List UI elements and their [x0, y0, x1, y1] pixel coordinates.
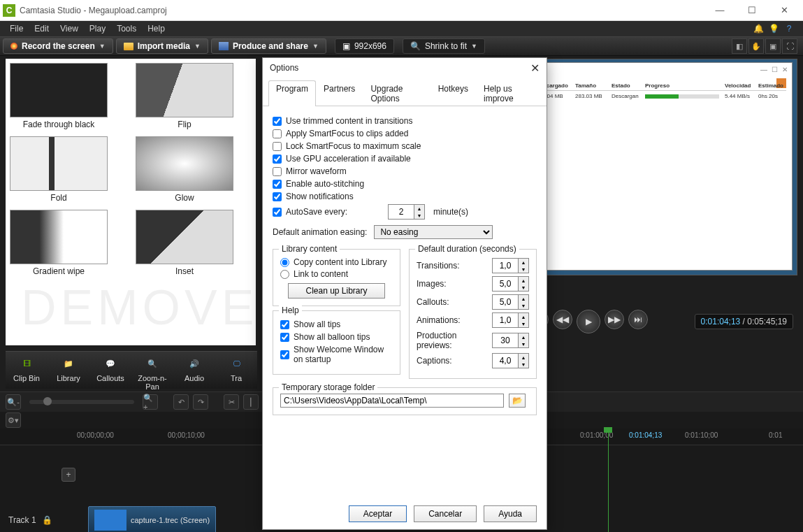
- duration-input[interactable]: [493, 333, 518, 347]
- spin-down[interactable]: ▼: [518, 284, 528, 291]
- tab-upgrade[interactable]: Upgrade Options: [363, 80, 430, 106]
- mirror-checkbox[interactable]: [273, 167, 282, 176]
- spin-up[interactable]: ▲: [518, 333, 528, 340]
- redo-icon[interactable]: ↷: [193, 394, 208, 410]
- minimize-button[interactable]: —: [704, 0, 736, 21]
- welcome-checkbox[interactable]: [280, 350, 289, 359]
- tab-improve[interactable]: Help us improve: [476, 80, 541, 106]
- spin-down[interactable]: ▼: [518, 361, 528, 368]
- playhead[interactable]: [608, 429, 609, 532]
- balloon-checkbox[interactable]: [280, 333, 289, 342]
- tab-program[interactable]: Program: [268, 80, 316, 106]
- transition-item[interactable]: Inset: [136, 210, 233, 276]
- menu-edit[interactable]: Edit: [29, 22, 55, 35]
- tab-audio[interactable]: 🔊Audio: [173, 352, 215, 389]
- split-icon[interactable]: ⎮: [243, 394, 259, 410]
- help-button[interactable]: Ayuda: [484, 505, 537, 522]
- autostitch-checkbox[interactable]: [273, 180, 282, 189]
- spin-up[interactable]: ▲: [518, 295, 528, 302]
- spin-up[interactable]: ▲: [518, 354, 528, 361]
- fullscreen-tool-icon[interactable]: ⛶: [782, 38, 797, 54]
- transition-item[interactable]: Glow: [136, 136, 233, 203]
- zoom-in-icon[interactable]: 🔍+: [143, 394, 158, 410]
- maximize-button[interactable]: ☐: [736, 0, 768, 21]
- zoom-out-icon[interactable]: 🔍-: [6, 394, 21, 410]
- autosave-input[interactable]: [389, 205, 414, 219]
- copy-radio[interactable]: [280, 258, 289, 267]
- transition-item[interactable]: Flip: [136, 63, 233, 129]
- rewind-button[interactable]: ◀◀: [553, 310, 572, 329]
- duration-input[interactable]: [493, 313, 518, 327]
- temp-fieldset: Temporary storage folder 📂: [273, 387, 537, 415]
- record-button[interactable]: Record the screen▼: [3, 38, 113, 54]
- smartfocus-checkbox[interactable]: [273, 129, 282, 138]
- tab-zoom[interactable]: 🔍Zoom-n-Pan: [131, 352, 173, 389]
- spin-down[interactable]: ▼: [518, 340, 528, 347]
- spin-up[interactable]: ▲: [414, 205, 424, 212]
- zoom-slider[interactable]: [29, 400, 134, 404]
- spin-up[interactable]: ▲: [518, 313, 528, 320]
- next-button[interactable]: ⏭: [628, 310, 648, 329]
- tab-partners[interactable]: Partners: [316, 80, 363, 106]
- close-icon[interactable]: ✕: [530, 62, 540, 75]
- cut-icon[interactable]: ✂: [224, 394, 239, 410]
- duration-input[interactable]: [493, 295, 518, 309]
- track-header[interactable]: Track 1 🔒: [0, 515, 84, 525]
- bell-icon[interactable]: 🔔: [753, 23, 764, 34]
- forward-button[interactable]: ▶▶: [605, 310, 624, 329]
- gear-dropdown[interactable]: ⚙▾: [6, 412, 21, 428]
- menu-help[interactable]: Help: [142, 22, 171, 35]
- tips-checkbox[interactable]: [280, 320, 289, 329]
- hand-tool-icon[interactable]: ✋: [748, 38, 764, 54]
- transition-item[interactable]: Fold: [10, 136, 108, 203]
- transition-item[interactable]: Fade through black: [10, 63, 108, 129]
- add-track-button[interactable]: +: [62, 468, 75, 482]
- trimmed-checkbox[interactable]: [273, 117, 282, 126]
- duration-input[interactable]: [493, 259, 518, 273]
- close-button[interactable]: ✕: [768, 0, 800, 21]
- lock-icon[interactable]: 🔒: [42, 515, 52, 525]
- play-button[interactable]: ▶: [577, 310, 600, 333]
- autosave-checkbox[interactable]: [273, 208, 282, 217]
- bulb-icon[interactable]: 💡: [768, 23, 779, 34]
- ok-button[interactable]: Aceptar: [349, 505, 407, 522]
- lock-smartfocus-checkbox[interactable]: [273, 142, 282, 151]
- tab-callouts[interactable]: 💬Callouts: [89, 352, 131, 389]
- browse-button[interactable]: 📂: [509, 394, 526, 408]
- menu-tools[interactable]: Tools: [111, 22, 142, 35]
- transition-item[interactable]: Gradient wipe: [10, 210, 108, 276]
- cleanup-button[interactable]: Clean up Library: [288, 283, 384, 299]
- temp-path-input[interactable]: [280, 394, 504, 408]
- menu-view[interactable]: View: [55, 22, 84, 35]
- notify-checkbox[interactable]: [273, 192, 282, 201]
- spin-down[interactable]: ▼: [518, 302, 528, 309]
- import-button[interactable]: Import media▼: [116, 38, 208, 54]
- link-radio[interactable]: [280, 270, 289, 279]
- stack-tool-icon[interactable]: ▣: [765, 38, 781, 54]
- spin-down[interactable]: ▼: [518, 266, 528, 273]
- spin-down[interactable]: ▼: [518, 320, 528, 327]
- gpu-checkbox[interactable]: [273, 154, 282, 164]
- tab-transitions[interactable]: 🖵Tra: [215, 352, 257, 389]
- produce-button[interactable]: Produce and share▼: [211, 38, 326, 54]
- menu-play[interactable]: Play: [84, 22, 111, 35]
- dimensions-display[interactable]: ▣ 992x696: [335, 38, 394, 54]
- help-icon[interactable]: ?: [783, 23, 795, 34]
- duration-input[interactable]: [493, 277, 518, 291]
- film-icon: 🎞: [23, 359, 31, 368]
- crop-tool-icon[interactable]: ◧: [732, 38, 747, 54]
- tab-library[interactable]: 📁Library: [48, 352, 89, 389]
- spin-down[interactable]: ▼: [414, 212, 424, 219]
- shrink-dropdown[interactable]: 🔍 Shrink to fit▼: [403, 38, 485, 54]
- cancel-button[interactable]: Cancelar: [414, 505, 477, 522]
- spin-up[interactable]: ▲: [518, 259, 528, 266]
- undo-icon[interactable]: ↶: [173, 394, 189, 410]
- menu-file[interactable]: File: [4, 22, 29, 35]
- duration-input[interactable]: [493, 354, 518, 368]
- tab-clipbin[interactable]: 🎞Clip Bin: [6, 352, 48, 389]
- spin-up[interactable]: ▲: [518, 277, 528, 284]
- timeline-clip[interactable]: capture-1.trec (Screen): [88, 506, 216, 532]
- asset-tabs: 🎞Clip Bin 📁Library 💬Callouts 🔍Zoom-n-Pan…: [6, 351, 257, 389]
- easing-select[interactable]: No easing: [374, 225, 493, 239]
- tab-hotkeys[interactable]: Hotkeys: [431, 80, 476, 106]
